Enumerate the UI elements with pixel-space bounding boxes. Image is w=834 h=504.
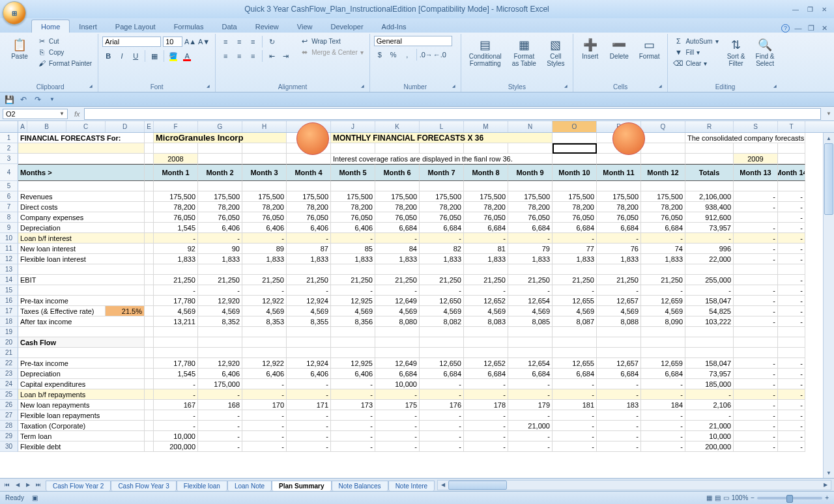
cell[interactable]	[685, 327, 734, 337]
cell[interactable]	[145, 223, 154, 233]
row-header-22[interactable]: 22	[0, 358, 18, 369]
close-icon[interactable]: ✕	[818, 5, 830, 14]
border-button[interactable]: ▦	[149, 50, 160, 62]
cell[interactable]: -	[641, 431, 685, 441]
cell[interactable]: 74	[641, 244, 685, 254]
cell[interactable]: 12,920	[198, 296, 242, 306]
cell[interactable]	[375, 337, 420, 348]
cell[interactable]: 175,500	[198, 191, 242, 202]
col-header-M[interactable]: M	[464, 121, 508, 132]
cell[interactable]: 12,924	[287, 358, 331, 369]
cell[interactable]: Term loan	[18, 431, 145, 441]
cell[interactable]: 183	[597, 400, 641, 410]
cell[interactable]	[242, 181, 287, 191]
row-header-5[interactable]: 5	[0, 181, 18, 191]
cell[interactable]: -	[641, 389, 685, 400]
cell[interactable]: -	[508, 410, 553, 421]
cell[interactable]	[331, 264, 375, 275]
help-icon[interactable]: ?	[781, 24, 790, 33]
cell[interactable]: 175,500	[597, 191, 641, 202]
cell[interactable]: -	[597, 389, 641, 400]
cell[interactable]: 6,684	[464, 223, 508, 233]
cell[interactable]: 6,684	[597, 369, 641, 379]
cell[interactable]: 22,000	[685, 254, 734, 264]
cell[interactable]: 185,000	[685, 379, 734, 389]
row-header-25[interactable]: 25	[0, 389, 18, 400]
cell[interactable]	[420, 264, 464, 275]
cell[interactable]	[375, 264, 420, 275]
cell[interactable]: -	[154, 421, 198, 431]
cell[interactable]: -	[287, 410, 331, 421]
cell[interactable]: 76,050	[641, 212, 685, 223]
cell[interactable]	[685, 264, 734, 275]
cell[interactable]: 78,200	[154, 202, 198, 212]
cell[interactable]: -	[734, 306, 778, 316]
tab-addins[interactable]: Add-Ins	[373, 20, 416, 33]
row-header-20[interactable]: 20	[0, 337, 18, 348]
increase-indent-icon[interactable]: ⇥	[280, 50, 291, 62]
cell[interactable]: 76,050	[242, 212, 287, 223]
cell[interactable]	[198, 348, 242, 358]
cell[interactable]: 1,833	[242, 254, 287, 264]
cell[interactable]	[18, 143, 145, 154]
cell[interactable]: -	[778, 275, 805, 285]
cell[interactable]	[145, 431, 154, 441]
cell[interactable]: 12,655	[553, 296, 597, 306]
col-header-R[interactable]: R	[685, 121, 734, 132]
cell[interactable]	[198, 143, 242, 154]
align-right-icon[interactable]: ≡	[247, 50, 259, 62]
cell[interactable]: 84	[375, 244, 420, 254]
cell[interactable]: -	[331, 431, 375, 441]
row-header-24[interactable]: 24	[0, 379, 18, 389]
save-icon[interactable]: 💾	[4, 94, 14, 105]
cell[interactable]: 10,000	[154, 431, 198, 441]
cell[interactable]: 1,833	[553, 254, 597, 264]
cell[interactable]	[420, 337, 464, 348]
cell[interactable]	[154, 264, 198, 275]
cell[interactable]	[145, 244, 154, 254]
cell[interactable]	[553, 264, 597, 275]
decrease-indent-icon[interactable]: ⇤	[266, 50, 278, 62]
cell[interactable]: 90	[198, 244, 242, 254]
cell[interactable]	[553, 133, 597, 143]
cell[interactable]: Depreciation	[18, 223, 145, 233]
cell[interactable]: -	[375, 441, 420, 452]
cell[interactable]	[508, 143, 553, 154]
cell[interactable]: -	[734, 296, 778, 306]
cell[interactable]	[464, 348, 508, 358]
cell[interactable]: -	[375, 431, 420, 441]
cell[interactable]	[287, 264, 331, 275]
cell[interactable]: -	[464, 285, 508, 296]
selected-cell[interactable]	[553, 143, 597, 154]
cell[interactable]	[420, 181, 464, 191]
cell[interactable]: Pre-tax income	[18, 358, 145, 369]
cell[interactable]	[778, 143, 805, 154]
cell[interactable]	[331, 181, 375, 191]
cell[interactable]: 2,106,000	[685, 191, 734, 202]
cell[interactable]: 4,569	[154, 306, 198, 316]
cell[interactable]: 175,500	[375, 191, 420, 202]
row-header-12[interactable]: 12	[0, 254, 18, 264]
cell[interactable]	[375, 181, 420, 191]
cell[interactable]: -	[778, 202, 805, 212]
cell[interactable]	[145, 316, 154, 327]
cell[interactable]: 12,924	[287, 296, 331, 306]
format-as-table-button[interactable]: ▦Format as Table	[508, 36, 540, 68]
cell[interactable]: Loan b/f repayments	[18, 389, 145, 400]
tab-prev-icon[interactable]: ◀	[13, 481, 22, 490]
cell[interactable]: 12,649	[375, 358, 420, 369]
cell[interactable]: -	[641, 379, 685, 389]
tab-next-icon[interactable]: ▶	[23, 481, 33, 490]
tab-review[interactable]: Review	[246, 20, 288, 33]
cell[interactable]: 996	[685, 244, 734, 254]
cell[interactable]: 76,050	[198, 212, 242, 223]
cell[interactable]: 10,000	[375, 379, 420, 389]
cell[interactable]: -	[685, 410, 734, 421]
cell[interactable]: -	[778, 441, 805, 452]
cell[interactable]	[198, 327, 242, 337]
col-header-B[interactable]: B	[27, 121, 66, 132]
cell[interactable]: -	[734, 244, 778, 254]
cell[interactable]: 4,569	[553, 306, 597, 316]
cell[interactable]	[553, 181, 597, 191]
cell[interactable]: -	[778, 254, 805, 264]
